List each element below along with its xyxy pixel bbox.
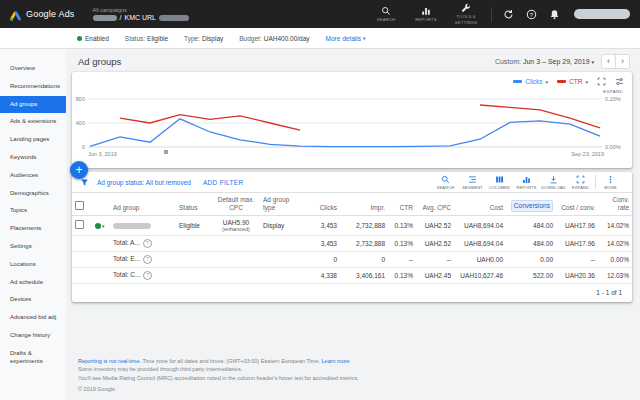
enabled-status-icon[interactable] bbox=[95, 223, 101, 229]
new-ad-group-button[interactable]: + bbox=[70, 161, 88, 179]
redacted-ad-group-name[interactable] bbox=[113, 223, 151, 229]
column-header-cost_conv[interactable]: Cost / conv. bbox=[556, 193, 598, 216]
column-header-state bbox=[92, 193, 110, 216]
column-header-conv_rate[interactable]: Conv. rate bbox=[598, 193, 632, 216]
metric-selector-clicks[interactable]: Clicks ▾ bbox=[513, 78, 548, 85]
search-toolbar-button[interactable]: SEARCH bbox=[432, 175, 459, 190]
sidebar-item-topics[interactable]: Topics bbox=[0, 202, 66, 220]
more-details-button[interactable]: More details ▾ bbox=[326, 35, 366, 42]
campaign-state-control[interactable]: Enabled bbox=[77, 35, 109, 42]
sidebar-item-devices[interactable]: Devices bbox=[0, 291, 66, 309]
chart-note-marker[interactable] bbox=[164, 150, 168, 154]
sidebar-item-landing-pages[interactable]: Landing pages bbox=[0, 131, 66, 149]
ad-groups-table: Ad groupStatusDefault max. CPCAd group t… bbox=[72, 192, 632, 284]
help-icon[interactable]: ? bbox=[526, 9, 537, 20]
sidebar-item-advanced-bid-adj[interactable]: Advanced bid adj. bbox=[0, 309, 66, 327]
tools-settings-label: TOOLS & SETTINGS bbox=[448, 14, 484, 25]
toolbar-label: REPORTS bbox=[516, 185, 536, 190]
sorted-column-chip: Conversions bbox=[511, 200, 553, 212]
sidebar-item-ad-schedule[interactable]: Ad schedule bbox=[0, 274, 66, 292]
page-title: Ad groups bbox=[78, 56, 121, 67]
total-row-label: Total: A... bbox=[113, 239, 140, 246]
column-header-group_type[interactable]: Ad group type bbox=[260, 193, 306, 216]
sidebar-item-ad-groups[interactable]: Ad groups bbox=[0, 96, 66, 114]
expand-chart-label: EXPAND bbox=[603, 89, 623, 94]
column-header-cost[interactable]: Cost bbox=[454, 193, 506, 216]
row-checkbox[interactable] bbox=[75, 220, 84, 229]
reporting-note-link[interactable]: Reporting is not real-time. bbox=[78, 358, 141, 364]
adjust-chart-icon[interactable] bbox=[615, 77, 624, 86]
campaign-state-label: Enabled bbox=[85, 35, 109, 42]
total-row: Total: A...?3,4532,732,8880.13%UAH2.52UA… bbox=[72, 235, 632, 251]
sidebar-item-recommendations[interactable]: Recommendations bbox=[0, 78, 66, 96]
date-range-picker[interactable]: Custom:Jun 3 – Sep 29, 2019 ▾ bbox=[495, 58, 594, 65]
help-icon[interactable]: ? bbox=[143, 271, 152, 280]
sidebar-item-locations[interactable]: Locations bbox=[0, 256, 66, 274]
sidebar-item-drafts-experiments[interactable]: Drafts & experiments bbox=[0, 345, 66, 371]
ad-group-row: ▾EligibleUAH5.90(enhanced)Display3,4532,… bbox=[72, 215, 632, 235]
sidebar-item-demographics[interactable]: Demographics bbox=[0, 185, 66, 203]
sidebar-item-settings[interactable]: Settings bbox=[0, 238, 66, 256]
sidebar-item-keywords[interactable]: Keywords bbox=[0, 149, 66, 167]
breadcrumb-all-campaigns[interactable]: All campaigns bbox=[93, 7, 189, 13]
google-ads-logo-icon bbox=[9, 8, 22, 20]
expand-chart-icon[interactable] bbox=[597, 77, 606, 86]
sidebar-item-placements[interactable]: Placements bbox=[0, 220, 66, 238]
metric-selector-ctr[interactable]: CTR ▾ bbox=[557, 78, 588, 85]
notifications-icon[interactable] bbox=[549, 9, 560, 20]
select-all-checkbox[interactable] bbox=[75, 201, 84, 210]
account-info-redacted[interactable] bbox=[574, 9, 630, 19]
total-row: Total: C...?4,3383,406,1610.13%UAH2.45UA… bbox=[72, 267, 632, 283]
product-name: Google Ads bbox=[26, 9, 75, 19]
redacted-campaign-text bbox=[159, 15, 189, 21]
chevron-down-icon: ▾ bbox=[102, 223, 105, 229]
pagination[interactable]: 1 - 1 of 1 bbox=[72, 284, 632, 302]
help-icon[interactable]: ? bbox=[143, 255, 152, 264]
reports-toolbar-button[interactable]: REPORTS bbox=[513, 175, 540, 190]
ad-groups-table-card: Ad group status: All but removed ADD FIL… bbox=[72, 172, 632, 302]
mrc-note: You'll see Media Rating Council (MRC) ac… bbox=[78, 374, 359, 383]
sidebar-item-ads-extensions[interactable]: Ads & extensions bbox=[0, 113, 66, 131]
search-button[interactable]: SEARCH bbox=[368, 6, 404, 22]
column-header-conversions[interactable]: Conversions bbox=[506, 193, 556, 216]
campaign-status: Status:Eligible bbox=[125, 35, 168, 42]
more-toolbar-button[interactable]: MORE bbox=[597, 175, 624, 190]
segment-toolbar-button[interactable]: SEGMENT bbox=[459, 175, 486, 190]
column-header-impr[interactable]: Impr. bbox=[340, 193, 388, 216]
search-icon bbox=[441, 175, 450, 184]
y2-axis-tick: 0.20% bbox=[605, 96, 631, 102]
breadcrumb[interactable]: All campaigns / KMC URL bbox=[93, 7, 189, 21]
next-period-button[interactable]: › bbox=[616, 55, 629, 67]
download-toolbar-button[interactable]: DOWNLOAD bbox=[540, 175, 567, 190]
status-filter-chip[interactable]: Ad group status: All but removed bbox=[97, 179, 191, 186]
column-header-max_cpc[interactable]: Default max. CPC bbox=[212, 193, 260, 216]
reports-button[interactable]: REPORTS bbox=[408, 6, 444, 22]
column-header-status[interactable]: Status bbox=[176, 193, 212, 216]
tools-settings-button[interactable]: TOOLS & SETTINGS bbox=[448, 3, 484, 25]
refresh-icon[interactable] bbox=[503, 9, 514, 20]
toolbar-label: SEARCH bbox=[437, 185, 454, 190]
previous-period-button[interactable]: ‹ bbox=[602, 55, 615, 67]
columns-icon bbox=[495, 175, 504, 184]
add-filter-button[interactable]: ADD FILTER bbox=[203, 179, 243, 186]
max-cpc-note: (enhanced) bbox=[215, 226, 257, 232]
total-row: Total: E...?00----UAH0.000.00--0.00% bbox=[72, 251, 632, 267]
campaign-name[interactable]: KMC URL bbox=[125, 14, 157, 21]
columns-toolbar-button[interactable]: COLUMNS bbox=[486, 175, 513, 190]
toolbar-label: MORE bbox=[604, 185, 616, 190]
sidebar-item-audiences[interactable]: Audiences bbox=[0, 167, 66, 185]
expand-toolbar-button[interactable]: EXPAND bbox=[567, 175, 594, 190]
help-icon[interactable]: ? bbox=[143, 239, 152, 248]
chevron-down-icon: ▾ bbox=[591, 59, 594, 65]
y2-axis-tick: 0.00% bbox=[605, 144, 631, 150]
sidebar-item-change-history[interactable]: Change history bbox=[0, 327, 66, 345]
learn-more-link[interactable]: Learn more bbox=[322, 358, 350, 364]
search-icon bbox=[381, 6, 391, 16]
google-ads-logo[interactable]: Google Ads bbox=[0, 8, 75, 20]
column-header-avg_cpc[interactable]: Avg. CPC bbox=[416, 193, 454, 216]
column-header-clicks[interactable]: Clicks bbox=[306, 193, 340, 216]
column-header-ctr[interactable]: CTR bbox=[388, 193, 416, 216]
sidebar-item-overview[interactable]: Overview bbox=[0, 60, 66, 78]
column-header-name[interactable]: Ad group bbox=[110, 193, 176, 216]
column-header-checkbox bbox=[72, 193, 92, 216]
